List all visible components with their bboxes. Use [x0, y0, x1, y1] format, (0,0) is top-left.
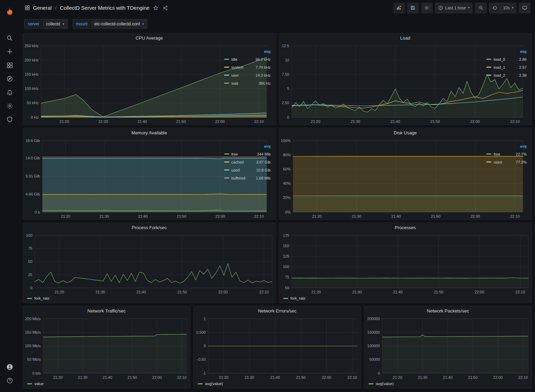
share-icon[interactable]	[162, 5, 169, 11]
panel-header[interactable]: Disk Usage	[279, 128, 532, 137]
svg-text:0: 0	[287, 115, 289, 119]
search-icon[interactable]	[2, 31, 17, 45]
refresh-interval-dropdown[interactable]: 10s ▾	[500, 3, 516, 13]
variable-server-value-text: collectd	[46, 22, 60, 26]
svg-text:22:10: 22:10	[254, 214, 264, 218]
main-area: General / CollectD Server Metrics with T…	[19, 0, 535, 392]
legend-item-value[interactable]: value	[27, 382, 43, 386]
svg-text:21:20: 21:20	[55, 290, 64, 294]
svg-text:21:20: 21:20	[61, 214, 71, 218]
explore-compass-icon[interactable]	[2, 72, 17, 85]
svg-text:21:40: 21:40	[393, 290, 403, 294]
svg-text:1: 1	[204, 317, 206, 321]
network-traffic-chart[interactable]: 0 b/s50 Mb/s100 Mb/s150 Mb/s200 Mb/s21:2…	[23, 315, 190, 381]
processes-chart[interactable]: 507510012515017521:2021:3021:4021:5022:0…	[279, 232, 532, 295]
variable-mount[interactable]: mount etc-collectd-collectd.conf▾	[73, 19, 147, 29]
legend-item-fork_rate[interactable]: fork_rate	[27, 296, 49, 300]
svg-text:50000: 50000	[369, 357, 380, 361]
svg-text:10: 10	[285, 58, 289, 62]
star-icon[interactable]	[152, 5, 159, 11]
create-plus-icon[interactable]	[2, 45, 17, 58]
svg-text:175: 175	[283, 233, 289, 237]
refresh-interval-label: 10s	[503, 6, 510, 10]
svg-text:22:10: 22:10	[518, 375, 528, 380]
svg-text:100000: 100000	[367, 344, 380, 348]
refresh-icon	[492, 5, 497, 10]
chevron-down-icon: ▾	[142, 23, 144, 26]
panel-header[interactable]: Network Traffic/sec	[23, 306, 190, 315]
panel-header[interactable]: Processes	[279, 223, 532, 232]
panel-title-text: Memory Available	[131, 130, 167, 135]
panel-title-text: Processes	[395, 225, 416, 230]
load-chart[interactable]: 02.5057.501012.521:2021:3021:4021:5022:0…	[279, 42, 486, 125]
svg-text:75: 75	[285, 275, 289, 279]
refresh-button[interactable]	[489, 3, 500, 13]
svg-text:-1: -1	[202, 371, 206, 375]
memory-available-chart[interactable]: 0 b4.66 Gib9.31 Gib14.0 Gib18.6 Gib21:20…	[23, 137, 224, 219]
variable-server-value[interactable]: collectd▾	[42, 19, 67, 28]
alerting-bell-icon[interactable]	[2, 85, 17, 99]
server-admin-shield-icon[interactable]	[2, 112, 17, 126]
svg-text:50: 50	[28, 259, 32, 264]
panel-cpu-average: CPU Average 0 Hz50 kHz100 kHz150 kHz200 …	[23, 33, 276, 125]
svg-text:75: 75	[28, 246, 32, 250]
breadcrumb-section[interactable]: General	[33, 5, 51, 11]
panel-header[interactable]: Load	[279, 33, 532, 42]
monitor-icon	[522, 5, 527, 10]
svg-text:125: 125	[283, 254, 289, 258]
svg-text:7.50: 7.50	[282, 72, 289, 76]
user-avatar[interactable]	[2, 360, 17, 374]
legend-item-avg(value)[interactable]: avg(value)	[368, 382, 394, 386]
svg-text:21:50: 21:50	[468, 375, 478, 380]
svg-text:21:40: 21:40	[138, 214, 148, 218]
svg-text:2.50: 2.50	[282, 101, 289, 105]
svg-text:22:10: 22:10	[177, 375, 187, 380]
chevron-down-icon: ▾	[63, 23, 64, 26]
toolbar: Last 1 hour ▾ 10s ▾	[394, 3, 530, 13]
svg-text:21:40: 21:40	[137, 119, 147, 124]
add-panel-button[interactable]	[394, 3, 405, 13]
save-dashboard-button[interactable]	[407, 3, 419, 13]
svg-text:14.0 Gib: 14.0 Gib	[25, 156, 40, 160]
time-range-picker[interactable]: Last 1 hour ▾	[435, 3, 473, 13]
help-icon[interactable]	[2, 374, 17, 387]
panel-header[interactable]: CPU Average	[23, 33, 276, 42]
disk-usage-chart[interactable]: 0%20%40%60%80%100%21:2021:3021:4021:5022…	[279, 137, 486, 219]
dashboard-title[interactable]: CollectD Server Metrics with TDengine	[60, 5, 149, 11]
svg-text:0%: 0%	[285, 210, 291, 214]
svg-text:25: 25	[28, 273, 32, 277]
svg-text:0: 0	[378, 371, 380, 375]
svg-text:100 kHz: 100 kHz	[25, 86, 39, 91]
zoom-out-button[interactable]	[475, 3, 486, 13]
svg-text:21:20: 21:20	[59, 119, 69, 124]
panel-title-text: Process Fork/sec	[132, 225, 167, 230]
variable-server[interactable]: server collectd▾	[24, 19, 68, 29]
cycle-view-mode-button[interactable]	[519, 3, 530, 13]
svg-text:21:50: 21:50	[176, 119, 186, 124]
panel-header[interactable]: Network Packets/sec	[364, 306, 532, 315]
panel-header[interactable]: Process Fork/sec	[23, 223, 276, 232]
svg-text:21:50: 21:50	[128, 375, 137, 380]
variable-mount-value[interactable]: etc-collectd-collectd.conf▾	[91, 19, 147, 28]
panel-title-text: Load	[400, 35, 410, 41]
configuration-gear-icon[interactable]	[2, 99, 17, 112]
dashboard-settings-button[interactable]	[421, 3, 432, 13]
svg-text:22:10: 22:10	[259, 290, 269, 294]
panel-header[interactable]: Network Errors/sec	[194, 306, 361, 315]
network-errors-chart[interactable]: -1-0.5000.500121:2021:3021:4021:5022:002…	[194, 315, 361, 381]
svg-text:50: 50	[285, 286, 289, 290]
panel-header[interactable]: Memory Available	[23, 128, 276, 137]
process-fork-chart[interactable]: 025507510021:2021:3021:4021:5022:0022:10	[23, 232, 276, 295]
legend-item-avg(value)[interactable]: avg(value)	[198, 382, 223, 386]
svg-text:100: 100	[26, 233, 32, 237]
svg-text:22:10: 22:10	[515, 290, 525, 294]
network-packets-chart[interactable]: 05000010000015000020000021:2021:3021:402…	[364, 315, 532, 381]
panel-title-text: Network Traffic/sec	[87, 308, 125, 314]
panel-process-fork: Process Fork/sec 025507510021:2021:3021:…	[23, 223, 276, 303]
grafana-logo[interactable]	[2, 3, 17, 19]
svg-text:21:50: 21:50	[430, 119, 440, 124]
cpu-average-chart[interactable]: 0 Hz50 kHz100 kHz150 kHz200 kHz250 kHz21…	[23, 42, 224, 125]
svg-text:21:30: 21:30	[245, 375, 254, 380]
dashboards-icon[interactable]	[2, 58, 17, 72]
legend-item-fork_rate[interactable]: fork_rate	[283, 296, 306, 300]
